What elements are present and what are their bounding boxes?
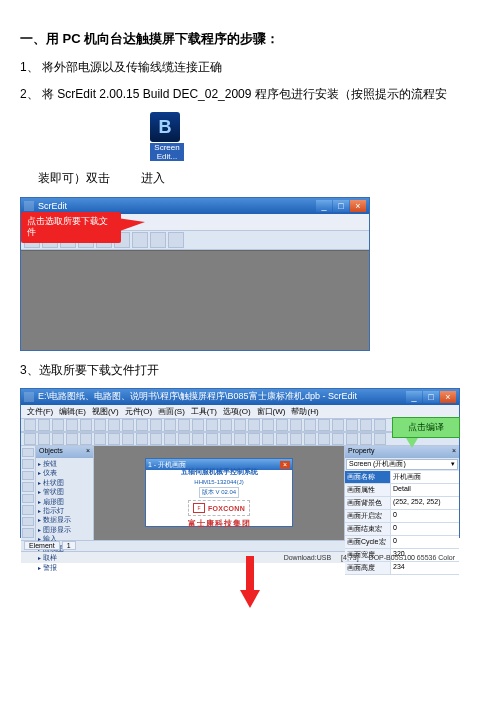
- toolbar-button[interactable]: [66, 433, 78, 445]
- titlebar[interactable]: E:\电路图纸、电路图、说明书\程序\触摸屏程序\B085富士康标准机.dpb …: [21, 389, 459, 405]
- inner-close-icon[interactable]: ×: [280, 461, 290, 469]
- toolbar-button[interactable]: [346, 419, 358, 431]
- object-item[interactable]: 扇形图: [38, 497, 91, 506]
- maximize-button[interactable]: □: [333, 200, 349, 212]
- tool-button[interactable]: [22, 448, 34, 458]
- property-value[interactable]: 0: [391, 510, 459, 522]
- toolbar-button[interactable]: [122, 433, 134, 445]
- toolbar-button[interactable]: [234, 419, 246, 431]
- property-value[interactable]: 0: [391, 523, 459, 535]
- toolbar-button[interactable]: [332, 419, 344, 431]
- toolbar-button[interactable]: [206, 433, 218, 445]
- object-item[interactable]: 管状图: [38, 487, 91, 496]
- property-selector[interactable]: Screen (开机画面)▾: [346, 459, 458, 470]
- menu-item[interactable]: 工具(T): [191, 406, 217, 417]
- property-value[interactable]: 开机画面: [391, 471, 459, 483]
- object-item[interactable]: 取样: [38, 553, 91, 562]
- object-item[interactable]: 警报: [38, 563, 91, 572]
- menu-item[interactable]: 帮助(H): [291, 406, 318, 417]
- toolbar-button[interactable]: [80, 419, 92, 431]
- toolbar-button[interactable]: [150, 433, 162, 445]
- panel-close-icon[interactable]: ×: [86, 447, 90, 456]
- toolbar-button[interactable]: [192, 419, 204, 431]
- toolbar-button[interactable]: [360, 433, 372, 445]
- toolbar-button[interactable]: [332, 433, 344, 445]
- object-item[interactable]: 柱状图: [38, 478, 91, 487]
- property-value[interactable]: 234: [391, 562, 459, 574]
- toolbar-button[interactable]: [290, 419, 302, 431]
- toolbar-button[interactable]: [262, 419, 274, 431]
- desktop-icon[interactable]: B Screen Edit...: [150, 112, 184, 161]
- tool-button[interactable]: [22, 505, 34, 515]
- toolbar-button[interactable]: [206, 419, 218, 431]
- toolbar-button[interactable]: [346, 433, 358, 445]
- property-row[interactable]: 画面开启宏0: [345, 510, 459, 523]
- object-item[interactable]: 仪表: [38, 468, 91, 477]
- property-row[interactable]: 画面Cycle宏0: [345, 536, 459, 549]
- toolbar-button[interactable]: [38, 419, 50, 431]
- menu-item[interactable]: 视图(V): [92, 406, 119, 417]
- tool-button[interactable]: [22, 482, 34, 492]
- menu-item[interactable]: 文件(F): [27, 406, 53, 417]
- toolbar-button[interactable]: [248, 433, 260, 445]
- toolbar-button[interactable]: [24, 433, 36, 445]
- object-item[interactable]: 数据显示: [38, 515, 91, 524]
- toolbar-button[interactable]: [164, 419, 176, 431]
- toolbar-button[interactable]: [234, 433, 246, 445]
- tool-button[interactable]: [22, 494, 34, 504]
- close-button[interactable]: ×: [440, 391, 456, 403]
- property-row[interactable]: 画面名称开机画面: [345, 471, 459, 484]
- toolbar-button[interactable]: [360, 419, 372, 431]
- toolbar-button[interactable]: [150, 232, 166, 248]
- toolbar-button[interactable]: [220, 419, 232, 431]
- menu-item[interactable]: 元件(O): [125, 406, 153, 417]
- menu-item[interactable]: 选项(O): [223, 406, 251, 417]
- panel-close-icon[interactable]: ×: [452, 447, 456, 456]
- canvas-area[interactable]: 1 - 开机画面 × 五轴伺服机械手控制系统 HHM15-132044(J) 版…: [94, 446, 344, 540]
- toolbar-button[interactable]: [276, 433, 288, 445]
- tool-button[interactable]: [22, 471, 34, 481]
- toolbar-button[interactable]: [94, 419, 106, 431]
- toolbar-button[interactable]: [150, 419, 162, 431]
- toolbar-button[interactable]: [168, 232, 184, 248]
- screen-window[interactable]: 1 - 开机画面 × 五轴伺服机械手控制系统 HHM15-132044(J) 版…: [145, 458, 293, 527]
- menu-item[interactable]: 窗口(W): [257, 406, 286, 417]
- toolbar-button[interactable]: [220, 433, 232, 445]
- toolbar-button[interactable]: [132, 232, 148, 248]
- toolbar-button[interactable]: [108, 419, 120, 431]
- toolbar-button[interactable]: [248, 419, 260, 431]
- toolbar-button[interactable]: [178, 433, 190, 445]
- toolbar-button[interactable]: [290, 433, 302, 445]
- close-button[interactable]: ×: [350, 200, 366, 212]
- toolbar-button[interactable]: [192, 433, 204, 445]
- object-item[interactable]: 指示灯: [38, 506, 91, 515]
- toolbar-button[interactable]: [262, 433, 274, 445]
- toolbar-button[interactable]: [108, 433, 120, 445]
- toolbar-button[interactable]: [318, 433, 330, 445]
- toolbar-button[interactable]: [38, 433, 50, 445]
- menu-item[interactable]: 画面(S): [158, 406, 185, 417]
- object-item[interactable]: 按钮: [38, 459, 91, 468]
- property-row[interactable]: 画面背景色(252, 252, 252): [345, 497, 459, 510]
- property-value[interactable]: Detail: [391, 484, 459, 496]
- property-row[interactable]: 画面结束宏0: [345, 523, 459, 536]
- toolbar-button[interactable]: [24, 419, 36, 431]
- toolbar-button[interactable]: [304, 419, 316, 431]
- property-row[interactable]: 画面属性Detail: [345, 484, 459, 497]
- tool-button[interactable]: [22, 459, 34, 469]
- toolbar-button[interactable]: [304, 433, 316, 445]
- tool-button[interactable]: [22, 517, 34, 527]
- toolbar-button[interactable]: [80, 433, 92, 445]
- toolbar-button[interactable]: [136, 419, 148, 431]
- toolbar-button[interactable]: [52, 433, 64, 445]
- minimize-button[interactable]: _: [316, 200, 332, 212]
- menu-item[interactable]: 编辑(E): [59, 406, 86, 417]
- tab-1[interactable]: 1: [62, 541, 76, 550]
- toolbar-button[interactable]: [318, 419, 330, 431]
- property-value[interactable]: 0: [391, 536, 459, 548]
- maximize-button[interactable]: □: [423, 391, 439, 403]
- toolbar-button[interactable]: [66, 419, 78, 431]
- property-value[interactable]: (252, 252, 252): [391, 497, 459, 509]
- toolbar-button[interactable]: [94, 433, 106, 445]
- object-item[interactable]: 图形显示: [38, 525, 91, 534]
